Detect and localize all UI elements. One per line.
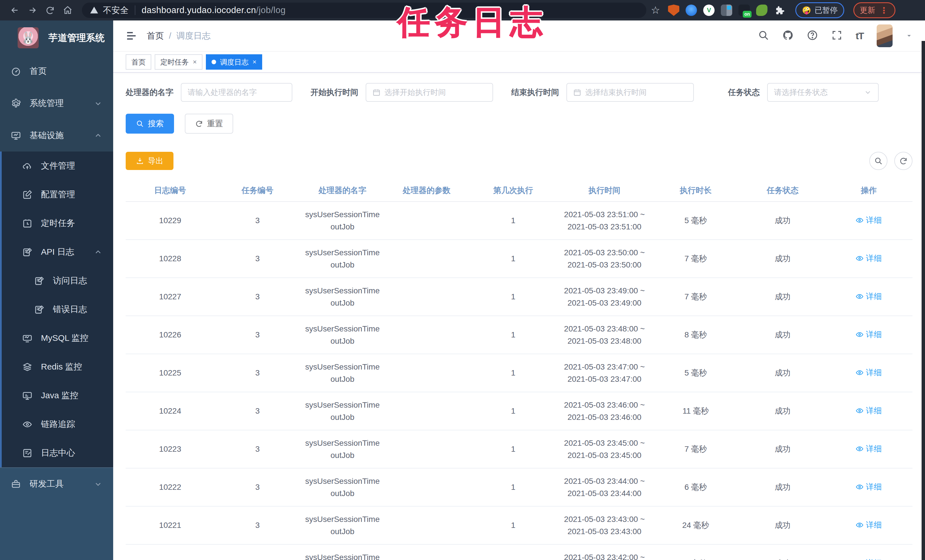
- column-header: 任务编号: [215, 185, 301, 196]
- column-header: 第几次执行: [469, 185, 557, 196]
- sidebar-item-错误日志[interactable]: 错误日志: [2, 295, 113, 324]
- detail-link[interactable]: 详细: [856, 215, 882, 226]
- cell-handler: sysUserSessionTimeoutJob: [300, 247, 384, 271]
- detail-link[interactable]: 详细: [856, 405, 882, 416]
- detail-link[interactable]: 详细: [856, 291, 882, 302]
- cell-log-id: 10224: [126, 406, 215, 415]
- forward-icon[interactable]: [25, 3, 40, 18]
- url-text[interactable]: dashboard.yudao.iocoder.cn/job/log: [142, 5, 285, 15]
- cell-job-id: 3: [215, 254, 301, 263]
- submenu-infrastructure: 文件管理配置管理定时任务API 日志访问日志错误日志MySQL 监控Redis …: [0, 152, 113, 467]
- scrollbar[interactable]: [922, 41, 925, 560]
- dashboard-icon: [10, 66, 22, 76]
- search-icon[interactable]: [758, 30, 769, 42]
- sidebar-item-链路追踪[interactable]: 链路追踪: [2, 410, 113, 439]
- table-row: 10225 3 sysUserSessionTimeoutJob 1 2021-…: [126, 354, 913, 392]
- sidebar-menu: 首页系统管理基础设施文件管理配置管理定时任务API 日志访问日志错误日志MySQ…: [0, 55, 113, 560]
- log-edit-icon: [33, 305, 45, 315]
- refresh-icon[interactable]: [43, 3, 57, 18]
- bookmark-star-icon[interactable]: ☆: [651, 4, 660, 16]
- end-time-picker[interactable]: [566, 83, 694, 102]
- tab-定时任务[interactable]: 定时任务×: [155, 54, 202, 70]
- detail-link[interactable]: 详细: [856, 519, 882, 530]
- sidebar-item-文件管理[interactable]: 文件管理: [2, 152, 113, 180]
- sidebar-item-研发工具[interactable]: 研发工具: [0, 468, 113, 500]
- sidebar-item-系统管理[interactable]: 系统管理: [0, 87, 113, 119]
- status-select[interactable]: 请选择任务状态: [767, 83, 879, 102]
- tab-调度日志[interactable]: 调度日志×: [206, 54, 262, 70]
- cell-job-id: 3: [215, 445, 301, 454]
- begin-time-picker[interactable]: [366, 83, 493, 102]
- cell-duration: 5 毫秒: [651, 367, 740, 378]
- sidebar-item-访问日志[interactable]: 访问日志: [2, 266, 113, 295]
- cell-times: 1: [469, 216, 557, 225]
- sidebar-item-redis-监控[interactable]: Redis 监控: [2, 352, 113, 381]
- emoji-icon: 🤪: [802, 6, 811, 15]
- sidebar-item-java-监控[interactable]: Java 监控: [2, 381, 113, 410]
- table-row: 10229 3 sysUserSessionTimeoutJob 1 2021-…: [126, 202, 913, 240]
- sidebar-item-api-日志[interactable]: API 日志: [2, 238, 113, 266]
- begin-time-label: 开始执行时间: [310, 87, 358, 98]
- cell-times: 1: [469, 559, 557, 560]
- not-secure-warning-icon[interactable]: [90, 6, 98, 15]
- detail-link[interactable]: 详细: [856, 253, 882, 264]
- export-button[interactable]: 导出: [126, 152, 173, 170]
- refresh-table-button[interactable]: [894, 152, 913, 170]
- sidebar-item-基础设施[interactable]: 基础设施: [0, 119, 113, 152]
- detail-link[interactable]: 详细: [856, 558, 882, 560]
- toggle-search-button[interactable]: [869, 152, 887, 170]
- cell-job-id: 3: [215, 292, 301, 301]
- sidebar-item-定时任务[interactable]: 定时任务: [2, 209, 113, 238]
- check-circle-icon[interactable]: V: [703, 5, 714, 16]
- grid-extension-icon[interactable]: [721, 5, 732, 16]
- close-icon[interactable]: ×: [193, 58, 197, 66]
- breadcrumb-home[interactable]: 首页: [147, 30, 164, 42]
- close-icon[interactable]: ×: [253, 58, 256, 66]
- breadcrumb: 首页 / 调度日志: [147, 30, 211, 42]
- proxy-switch-icon[interactable]: on: [738, 5, 750, 16]
- sidebar-item-日志中心[interactable]: 日志中心: [2, 439, 113, 467]
- sidebar-item-首页[interactable]: 首页: [0, 55, 113, 87]
- detail-link[interactable]: 详细: [856, 367, 882, 378]
- mysql-monitor-icon: [22, 333, 33, 343]
- sidebar-item-配置管理[interactable]: 配置管理: [2, 180, 113, 209]
- home-icon[interactable]: [60, 3, 75, 18]
- detail-link[interactable]: 详细: [856, 443, 882, 454]
- ublock-shield-icon[interactable]: [668, 5, 679, 16]
- leaf-icon[interactable]: [756, 5, 767, 16]
- update-button[interactable]: 更新 ⋮: [853, 2, 895, 18]
- cell-log-id: 10223: [126, 445, 215, 454]
- avatar[interactable]: [877, 24, 893, 47]
- chevron-down-icon[interactable]: [905, 32, 913, 39]
- cell-job-id: 3: [215, 406, 301, 415]
- font-size-icon[interactable]: tT: [856, 30, 863, 42]
- cell-status: 成功: [740, 291, 825, 302]
- handler-name-input[interactable]: [181, 83, 292, 102]
- handler-name-label: 处理器的名字: [126, 87, 173, 98]
- cell-exec-time: 2021-05-03 23:48:00 ~2021-05-03 23:48:00: [557, 323, 651, 347]
- cell-job-id: 3: [215, 559, 301, 560]
- help-icon[interactable]: [807, 30, 818, 42]
- fullscreen-icon[interactable]: [831, 30, 842, 42]
- cell-exec-time: 2021-05-03 23:50:00 ~2021-05-03 23:50:00: [557, 247, 651, 271]
- github-icon[interactable]: [782, 30, 794, 42]
- cell-log-id: 10225: [126, 369, 215, 378]
- column-header: 处理器的参数: [384, 185, 469, 196]
- cell-handler: sysUserSessionTimeoutJob: [300, 361, 384, 385]
- paused-pill[interactable]: 🤪 已暂停: [795, 2, 844, 18]
- detail-link[interactable]: 详细: [856, 482, 882, 492]
- detail-link[interactable]: 详细: [856, 329, 882, 340]
- kebab-menu-icon[interactable]: ⋮: [880, 5, 889, 15]
- reset-button[interactable]: 重置: [185, 114, 233, 134]
- calendar-icon: [573, 89, 581, 96]
- sidebar-item-mysql-监控[interactable]: MySQL 监控: [2, 324, 113, 352]
- cell-exec-time: 2021-05-03 23:42:00 ~2021-05-03 23:42:00: [557, 551, 651, 560]
- cell-duration: 7 毫秒: [651, 253, 740, 264]
- search-button[interactable]: 搜索: [126, 114, 174, 134]
- back-icon[interactable]: [8, 3, 22, 18]
- address-bar[interactable]: 不安全 dashboard.yudao.iocoder.cn/job/log: [82, 3, 646, 18]
- puzzle-icon[interactable]: [774, 5, 785, 16]
- tab-首页[interactable]: 首页: [126, 54, 151, 70]
- hamburger-icon[interactable]: [126, 30, 137, 42]
- lightbulb-icon[interactable]: [685, 5, 697, 16]
